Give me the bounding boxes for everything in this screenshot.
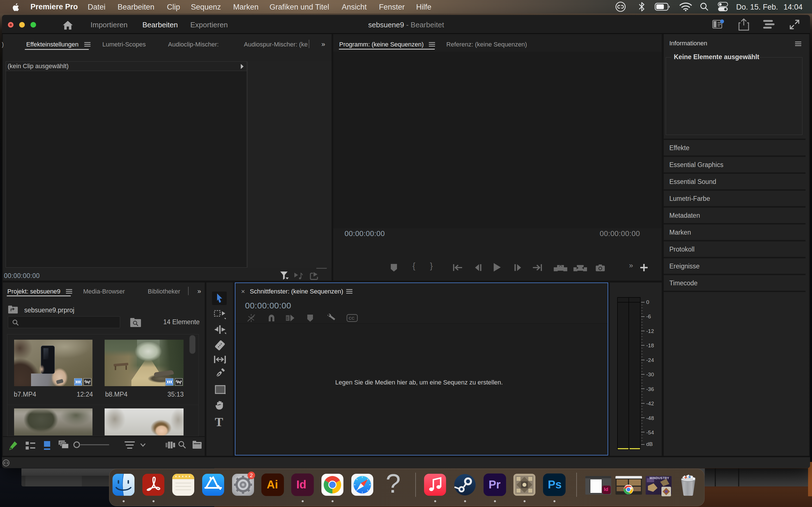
svg-text:CC: CC — [349, 316, 355, 321]
